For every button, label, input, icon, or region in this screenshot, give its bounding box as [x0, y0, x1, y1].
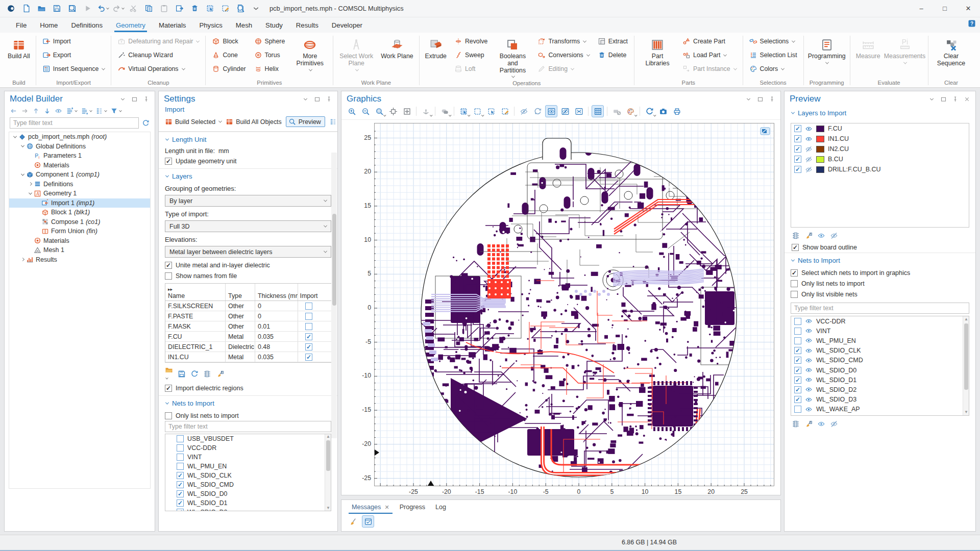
- tree-item-results[interactable]: Results: [9, 255, 150, 265]
- layer-import-checkbox[interactable]: [794, 135, 801, 142]
- net-checkbox[interactable]: [177, 481, 184, 488]
- transforms-button[interactable]: Transforms: [534, 35, 592, 48]
- nets-filter-input[interactable]: Type filter text: [165, 421, 331, 432]
- preview-net-wl_sdio_d3[interactable]: WL_SDIO_D3: [791, 395, 969, 405]
- maximize-button[interactable]: □: [933, 0, 957, 17]
- import-button[interactable]: Import: [39, 35, 108, 48]
- cylinder-button[interactable]: Cylinder: [209, 62, 249, 76]
- eye-off-icon[interactable]: [805, 166, 813, 173]
- layers-to-import-header[interactable]: Layers to Import: [791, 109, 969, 120]
- preview-net-wl_sdio_d0[interactable]: WL_SDIO_D0: [791, 365, 969, 375]
- model-tree-node-icon[interactable]: [95, 107, 107, 115]
- net-item-wl_sdio_d1[interactable]: WL_SDIO_D1: [165, 498, 331, 508]
- eye-off-icon[interactable]: [805, 145, 813, 153]
- help-icon[interactable]: ?: [968, 19, 976, 28]
- label-off-icon[interactable]: [610, 105, 623, 117]
- preview-nets-filter-input[interactable]: Type filter text: [791, 303, 969, 314]
- save-layers-icon[interactable]: [178, 370, 186, 378]
- menu-tab-geometry[interactable]: Geometry: [109, 19, 152, 32]
- zoom-box-icon[interactable]: [373, 105, 385, 117]
- float-icon[interactable]: [756, 95, 764, 103]
- close-button[interactable]: ✕: [957, 0, 980, 17]
- show-all-icon[interactable]: [817, 232, 825, 240]
- collapse-all-icon[interactable]: [66, 107, 77, 115]
- preview-net-wl_sdio_clk[interactable]: WL_SDIO_CLK: [791, 346, 969, 356]
- zoom-fit-icon[interactable]: [401, 105, 413, 117]
- layer-row-f.silkscreen[interactable]: F.SILKSCREENOther0: [165, 301, 332, 311]
- minimize-button[interactable]: –: [910, 0, 933, 17]
- delete-button[interactable]: Delete: [595, 48, 631, 62]
- chevron-down-icon[interactable]: [745, 95, 752, 103]
- conversions-button[interactable]: Conversions: [534, 48, 592, 62]
- preview-nets-scrollbar[interactable]: ▲▼: [963, 316, 969, 415]
- chevron-down-icon[interactable]: [302, 95, 309, 103]
- save-search-icon[interactable]: [65, 2, 79, 15]
- type-of-import-select[interactable]: Full 3D: [165, 220, 331, 232]
- net-item-wl_sdio_d0[interactable]: WL_SDIO_D0: [165, 489, 331, 498]
- net-import-checkbox[interactable]: [794, 396, 801, 403]
- reset-layers-icon[interactable]: [190, 370, 199, 378]
- menu-tab-mesh[interactable]: Mesh: [229, 19, 259, 32]
- more-primitives-button[interactable]: More Primitives: [290, 35, 330, 73]
- eye-icon[interactable]: [805, 327, 813, 335]
- net-checkbox[interactable]: [177, 499, 184, 507]
- chevron-down-icon[interactable]: [928, 95, 935, 103]
- net-item-wl_pmu_en[interactable]: WL_PMU_EN: [165, 462, 331, 471]
- search-document-icon[interactable]: [234, 2, 247, 15]
- tree-item-parameters-1[interactable]: PiParameters 1: [9, 151, 150, 161]
- filter-icon[interactable]: [110, 107, 121, 115]
- pv-only-list-checkbox[interactable]: Only list nets to import: [791, 278, 969, 289]
- selections-button[interactable]: Selections: [746, 35, 800, 48]
- preview-button[interactable]: Preview: [286, 116, 325, 127]
- clear-checks-icon[interactable]: [804, 232, 813, 240]
- overflow-chevron-icon[interactable]: [249, 2, 262, 15]
- booleans-and-partitions-button[interactable]: Booleans and Partitions: [493, 35, 532, 79]
- net-import-checkbox[interactable]: [794, 377, 801, 384]
- import-checkbox[interactable]: [305, 323, 312, 330]
- undo-icon[interactable]: [96, 2, 109, 15]
- tree-item-pcb-import-nets-mph[interactable]: pcb_import_nets.mph(root): [9, 132, 150, 142]
- refresh-icon[interactable]: [142, 119, 150, 127]
- select-box-icon[interactable]: [457, 105, 470, 117]
- colors-button[interactable]: Colors: [746, 62, 800, 76]
- layer-item-b-cu[interactable]: B.CU: [791, 154, 969, 164]
- float-icon[interactable]: [131, 95, 138, 103]
- layers-section-header[interactable]: Layers: [165, 172, 331, 183]
- insert-preview-button[interactable]: [329, 118, 337, 126]
- tree-expand-arrow[interactable]: [27, 192, 33, 195]
- layer-row-f.mask[interactable]: F.MASKOther0.01: [165, 321, 332, 332]
- view-wireframe-icon[interactable]: [573, 105, 585, 117]
- length-unit-section-header[interactable]: Length Unit: [165, 136, 331, 146]
- eye-icon[interactable]: [805, 125, 813, 133]
- tree-expand-arrow[interactable]: [27, 183, 33, 185]
- helix-button[interactable]: Helix: [251, 62, 288, 76]
- net-checkbox[interactable]: [177, 454, 184, 461]
- import-dielectric-checkbox[interactable]: Import dielectric regions: [165, 383, 331, 393]
- zoom-in-icon[interactable]: [346, 105, 358, 117]
- eye-icon[interactable]: [805, 386, 813, 393]
- view-hidden-icon[interactable]: [559, 105, 571, 117]
- zoom-extents-icon[interactable]: [387, 105, 399, 117]
- menu-tab-home[interactable]: Home: [33, 19, 64, 32]
- import-checkbox[interactable]: [305, 354, 312, 361]
- select-pointer-icon[interactable]: [485, 105, 497, 117]
- scene-appearance-icon[interactable]: [438, 105, 451, 117]
- elevations-select[interactable]: Metal layer between dielectric layers: [165, 246, 331, 258]
- clear-selection-icon[interactable]: [218, 2, 232, 15]
- load-part-button[interactable]: Load Part: [679, 48, 739, 62]
- float-icon[interactable]: [940, 95, 947, 103]
- eye-icon[interactable]: [805, 396, 813, 404]
- tree-item-import-1[interactable]: *Import 1(imp1): [9, 198, 150, 208]
- layer-item-f-cu[interactable]: F.CU: [791, 123, 969, 134]
- paste-icon[interactable]: [157, 2, 170, 15]
- preview-nets-header[interactable]: Nets to Import: [791, 257, 969, 267]
- tree-item-global-definitions[interactable]: Global Definitions: [9, 142, 150, 152]
- virtual-operations-button[interactable]: Virtual Operations: [114, 62, 202, 76]
- preview-net-wl_pmu_en[interactable]: WL_PMU_EN: [791, 336, 969, 345]
- eye-icon[interactable]: [805, 357, 813, 364]
- move-down-icon[interactable]: [43, 107, 51, 115]
- transparency-icon[interactable]: [518, 105, 530, 117]
- layer-row-dielectric_1[interactable]: DIELECTRIC_1Dielectric0.48: [165, 342, 332, 352]
- preview-net-wl_wake_ap[interactable]: WL_WAKE_AP: [791, 405, 969, 414]
- show-board-outline-checkbox[interactable]: Show board outline: [785, 242, 975, 253]
